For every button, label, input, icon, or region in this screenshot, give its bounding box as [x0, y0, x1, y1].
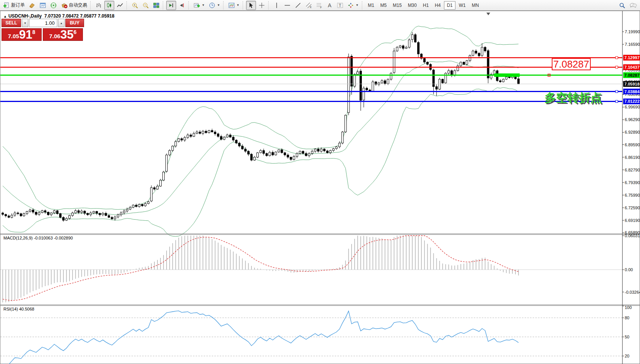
vertical-line-tool-button[interactable] [272, 1, 282, 10]
chat-icon [629, 2, 637, 9]
axis-tick-label: 6.82790 [625, 168, 640, 172]
candles-layer [2, 32, 520, 222]
buy-button[interactable]: BUY [65, 19, 84, 27]
axis-tick-label: 7.19990 [625, 29, 640, 34]
fibonacci-icon: F [316, 2, 323, 9]
timeframe-w1[interactable]: W1 [456, 1, 468, 10]
chat-button[interactable] [628, 1, 638, 10]
timeframe-h1[interactable]: H1 [420, 1, 431, 10]
volume-input[interactable] [29, 19, 57, 27]
dropdown-caret-icon: ▼ [217, 3, 220, 7]
svg-text:7.10437: 7.10437 [624, 65, 640, 70]
horizontal-line-icon [284, 2, 291, 9]
timeframe-d1[interactable]: D1 [444, 1, 455, 10]
horizontal-line-tool-button[interactable] [282, 1, 292, 10]
toolbar-separator [90, 1, 92, 10]
sell-price-box[interactable]: 7.05 91 8 [2, 28, 42, 41]
text-tool-button[interactable]: A [325, 1, 334, 10]
sell-button[interactable]: SELL [2, 19, 21, 27]
sell-price-sup: 8 [32, 29, 35, 35]
toolbar-separator [126, 1, 128, 10]
indicators-button[interactable]: ▼ [192, 1, 206, 10]
sell-price-small: 7.05 [8, 33, 19, 39]
fibonacci-tool-button[interactable]: F [314, 1, 324, 10]
periods-button[interactable]: ▼ [207, 1, 222, 10]
hline-handle[interactable] [616, 66, 618, 68]
axis-tick-label: 6.99690 [625, 105, 640, 109]
axis-tick-label: 6.86190 [625, 155, 640, 160]
chart-shift-marker-icon[interactable] [486, 13, 490, 15]
volume-decrease-button[interactable]: ▼ [22, 19, 28, 27]
candlestick-mode-button[interactable] [104, 1, 114, 10]
timeframe-m15[interactable]: M15 [390, 1, 404, 10]
bar-chart-mode-button[interactable] [94, 1, 104, 10]
crosshair-tool-button[interactable] [257, 1, 267, 10]
buy-price-box[interactable]: 7.06 35 6 [43, 28, 83, 41]
volume-increase-button[interactable]: ▲ [58, 19, 65, 27]
timeframe-m1[interactable]: M1 [365, 1, 377, 10]
timeframe-mn[interactable]: MN [469, 1, 482, 10]
dropdown-caret-icon: ▼ [237, 3, 240, 7]
tile-windows-icon [153, 2, 160, 9]
arrows-tool-button[interactable]: ▼ [346, 1, 360, 10]
chart-title: ▲USDCNH-,Daily 7.07320 7.08472 7.05877 7… [3, 13, 114, 19]
chart-canvas[interactable]: 7.199907.165907.096907.064907.030906.996… [0, 11, 640, 364]
autotrading-label: 自动交易 [69, 2, 87, 8]
hline-handle[interactable] [616, 91, 618, 93]
new-order-button[interactable]: 新订单 [2, 1, 26, 10]
toolbar-separator [163, 1, 165, 10]
arrows-icon [347, 2, 354, 9]
timeframe-h4[interactable]: H4 [432, 1, 443, 10]
chart-window-icon [39, 2, 46, 9]
templates-button[interactable]: ▼ [227, 1, 241, 10]
timeframe-m5[interactable]: M5 [378, 1, 389, 10]
toolbar-separator [188, 1, 190, 10]
svg-text:7.08287: 7.08287 [624, 73, 640, 78]
zoom-out-button[interactable] [141, 1, 151, 10]
tile-windows-button[interactable] [151, 1, 161, 10]
bar-chart-icon [95, 2, 102, 9]
axis-tick-label: 6.96290 [625, 117, 640, 122]
collapse-triangle-icon: ▲ [3, 15, 7, 18]
sell-price-big: 91 [19, 29, 32, 40]
new-order-icon [3, 2, 10, 9]
timeframe-m30[interactable]: M30 [405, 1, 419, 10]
cursor-tool-button[interactable] [246, 1, 256, 10]
label-tool-button[interactable]: T [335, 1, 345, 10]
chart-shift-icon [178, 2, 185, 9]
market-watch-button[interactable] [27, 1, 37, 10]
main-toolbar: 新订单 自动交易 ▼ ▼ [0, 0, 640, 11]
rsi-axis-label: 20 [625, 354, 629, 358]
macd-pane [0, 236, 622, 303]
hline-handle[interactable] [616, 57, 618, 59]
equidistant-channel-icon: E [305, 2, 312, 9]
price-level-callout[interactable]: 7.08287 [552, 58, 591, 70]
chart-shift-button[interactable] [177, 1, 187, 10]
channel-tool-button[interactable]: E [304, 1, 314, 10]
line-chart-icon [117, 2, 123, 9]
macd-axis-label: -0.032648 [625, 290, 640, 294]
auto-scroll-button[interactable] [166, 1, 176, 10]
new-chart-button[interactable] [38, 1, 48, 10]
rsi-pane [0, 311, 622, 364]
hline-handle[interactable] [616, 100, 618, 102]
axis-tick-label: 6.89590 [625, 142, 640, 147]
eraser-icon [29, 2, 36, 9]
one-click-trade-panel: SELL ▼ ▲ BUY 7.05 91 8 7.06 35 6 [2, 19, 84, 41]
trendline-tool-button[interactable] [293, 1, 303, 10]
search-button[interactable] [617, 1, 627, 10]
symbol-label: USDCNH-,Daily [8, 13, 42, 19]
macd-axis-label: 0.00 [625, 267, 633, 272]
user-hlines[interactable] [0, 57, 622, 102]
trendline-icon [295, 2, 301, 9]
macd-signal-line [3, 236, 518, 301]
zoom-in-icon [131, 2, 138, 9]
line-chart-mode-button[interactable] [115, 1, 125, 10]
axis-tick-label: 6.72590 [625, 205, 640, 210]
signals-button[interactable] [49, 1, 58, 10]
zoom-in-button[interactable] [130, 1, 140, 10]
autotrading-button[interactable]: 自动交易 [59, 1, 89, 10]
dropdown-caret-icon: ▼ [202, 3, 205, 7]
rsi-label: RSI(14) 40.5068 [3, 307, 34, 311]
search-icon [619, 2, 625, 9]
